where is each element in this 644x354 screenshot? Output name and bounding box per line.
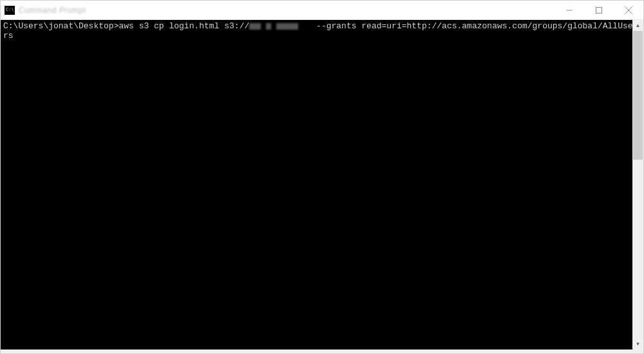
scroll-down-arrow-icon[interactable]: ▼ xyxy=(632,339,643,349)
window-title: Command Prompt xyxy=(19,6,86,15)
prompt-text: C:\Users\jonat\Desktop> xyxy=(3,21,118,31)
command-text-1: aws s3 cp login.html s3:// xyxy=(118,21,249,31)
redacted-bucket-name xyxy=(249,22,311,30)
command-prompt-window: Command Prompt C:\Users\jonat\Desktop>aw… xyxy=(0,0,644,354)
window-controls xyxy=(554,1,643,19)
minimize-button[interactable] xyxy=(554,1,584,19)
scroll-up-arrow-icon[interactable]: ▲ xyxy=(632,20,643,31)
cmd-icon xyxy=(5,6,15,15)
titlebar-left: Command Prompt xyxy=(5,6,86,15)
close-button[interactable] xyxy=(614,1,643,19)
titlebar[interactable]: Command Prompt xyxy=(1,1,643,20)
svg-rect-1 xyxy=(596,7,602,13)
terminal-content: C:\Users\jonat\Desktop>aws s3 cp login.h… xyxy=(1,20,637,42)
vertical-scrollbar[interactable]: ▲ ▼ xyxy=(632,20,643,349)
window-bottom-edge xyxy=(1,349,643,353)
scrollbar-thumb[interactable] xyxy=(633,31,643,160)
terminal-body[interactable]: C:\Users\jonat\Desktop>aws s3 cp login.h… xyxy=(1,20,643,349)
maximize-button[interactable] xyxy=(584,1,614,19)
